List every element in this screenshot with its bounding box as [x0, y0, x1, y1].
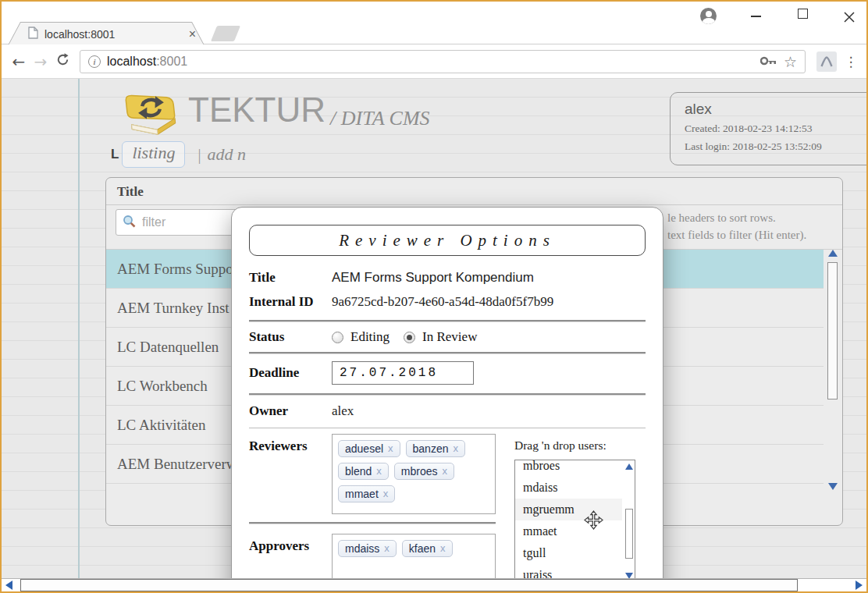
titlebar: localhost:8001 × — [2, 2, 866, 44]
user-info-panel: alex Created: 2018-02-23 14:12:53 Last l… — [670, 92, 866, 165]
nav-item-add-n[interactable]: add n — [207, 144, 246, 165]
url-bar[interactable]: i localhost:8001 ☆ — [80, 50, 806, 73]
back-button[interactable]: ← — [8, 52, 30, 71]
reload-button[interactable] — [52, 52, 73, 71]
nav-separator: | — [197, 146, 201, 164]
list-scroll-up-icon[interactable] — [625, 463, 633, 470]
tab-close-icon[interactable]: × — [189, 28, 196, 41]
dragdrop-user-mdaiss[interactable]: mdaiss — [515, 477, 622, 499]
internal-id-value: 9a6725cd-b207-4e60-a54d-48da0f5f7b99 — [332, 294, 553, 310]
minimize-button[interactable] — [748, 9, 763, 24]
scroll-left-icon[interactable] — [5, 581, 12, 590]
horizontal-scrollbar[interactable] — [2, 578, 866, 591]
user-last-login: Last login: 2018-02-25 13:52:09 — [685, 140, 866, 153]
book-sync-logo-icon — [119, 87, 182, 140]
chip-remove-icon[interactable]: x — [453, 442, 458, 454]
list-scrollbar[interactable] — [622, 460, 635, 578]
deadline-label: Deadline — [249, 365, 332, 381]
tab-title: localhost:8001 — [44, 28, 183, 41]
browser-window: localhost:8001 × ← → i localhost:8001 ☆ — [0, 0, 868, 593]
list-scrollbar-thumb[interactable] — [625, 509, 633, 559]
search-icon — [123, 215, 136, 231]
dragdrop-user-tgull[interactable]: tgull — [515, 542, 622, 564]
radio-icon[interactable] — [404, 332, 415, 343]
chip-remove-icon[interactable]: x — [440, 542, 446, 554]
main-nav: L listing|add n — [111, 141, 246, 168]
nav-item-listing[interactable]: listing — [122, 141, 185, 168]
chip-label: banzen — [413, 442, 449, 455]
title-label: Title — [249, 270, 332, 286]
radio-icon[interactable] — [332, 332, 343, 343]
title-value: AEM Forms Support Kompendium — [332, 270, 534, 286]
menu-kebab-icon[interactable]: ⋮ — [841, 54, 860, 69]
dragdrop-user-mmaet[interactable]: mmaet — [515, 520, 622, 542]
divider — [249, 393, 646, 396]
divider — [249, 320, 646, 322]
user-chip-mmaet[interactable]: mmaetx — [338, 485, 395, 502]
status-label: Status — [249, 329, 332, 345]
dragdrop-user-list[interactable]: mbroesmdaissmgruemmmmaettgulluraiss — [514, 460, 635, 578]
scroll-right-icon[interactable] — [856, 581, 863, 590]
url-text[interactable]: localhost:8001 — [107, 55, 754, 69]
status-option-In-Review[interactable]: In Review — [404, 329, 477, 345]
chip-label: mdaiss — [345, 542, 379, 555]
row-title: LC Workbench — [117, 378, 208, 395]
chip-remove-icon[interactable]: x — [383, 488, 389, 499]
table-vertical-scrollbar[interactable] — [827, 250, 840, 490]
new-tab-button[interactable] — [211, 26, 240, 41]
approvers-chipbox[interactable]: mdaissxkfaenx — [332, 534, 496, 578]
maximize-button[interactable] — [795, 9, 810, 24]
user-chip-kfaen[interactable]: kfaenx — [402, 540, 453, 557]
reviewer-options-dialog: Reviewer Options Title AEM Forms Support… — [231, 207, 663, 578]
divider-partial — [249, 522, 496, 524]
row-title: LC Aktivitäten — [117, 417, 205, 434]
dragdrop-user-uraiss[interactable]: uraiss — [515, 564, 622, 578]
page-favicon-icon — [27, 27, 38, 42]
dragdrop-user-mgruemm[interactable]: mgruemm — [515, 499, 622, 520]
browser-tab[interactable]: localhost:8001 × — [8, 22, 205, 45]
bookmark-star-icon[interactable]: ☆ — [784, 53, 797, 70]
dragdrop-users-panel: Drag 'n drop users: mbroesmdaissmgruemmm… — [514, 439, 635, 578]
list-scroll-down-icon[interactable] — [625, 573, 633, 578]
owner-label: Owner — [249, 403, 332, 419]
user-chip-aduesel[interactable]: adueselx — [338, 440, 400, 457]
chip-remove-icon[interactable]: x — [384, 542, 390, 554]
header-divider — [106, 204, 842, 205]
nav-corner-glyph: L — [111, 147, 119, 162]
user-created: Created: 2018-02-23 14:12:53 — [685, 123, 866, 135]
help-line-2: text fields to filter (Hit enter). — [667, 226, 806, 243]
status-option-Editing[interactable]: Editing — [332, 329, 390, 345]
deadline-input[interactable] — [332, 361, 474, 385]
user-chip-banzen[interactable]: banzenx — [406, 440, 465, 457]
radio-label: In Review — [422, 329, 477, 345]
chip-label: mbroes — [401, 465, 438, 478]
approvers-label: Approvers — [249, 534, 332, 578]
chip-label: blend — [345, 465, 372, 478]
forward-button[interactable]: → — [30, 52, 52, 71]
reviewers-chipbox[interactable]: adueselxbanzenxblendxmbroesxmmaetx — [332, 434, 496, 514]
move-cursor-icon — [584, 510, 603, 533]
chip-remove-icon[interactable]: x — [388, 442, 393, 454]
user-chip-blend[interactable]: blendx — [338, 463, 389, 480]
row-title: AEM Benutzerverw — [117, 456, 237, 473]
close-button[interactable] — [841, 9, 857, 24]
chip-remove-icon[interactable]: x — [442, 465, 447, 477]
user-chip-mdaiss[interactable]: mdaissx — [338, 540, 397, 557]
chip-remove-icon[interactable]: x — [376, 465, 382, 477]
pdf-extension-icon[interactable] — [816, 51, 837, 72]
dragdrop-user-mbroes[interactable]: mbroes — [515, 460, 622, 477]
horizontal-scrollbar-thumb[interactable] — [20, 579, 798, 591]
profile-avatar-icon[interactable] — [700, 8, 717, 24]
page-info-icon[interactable]: i — [88, 55, 101, 68]
password-key-icon[interactable] — [760, 55, 777, 69]
dialog-title: Reviewer Options — [249, 225, 646, 256]
scroll-down-icon[interactable] — [828, 483, 838, 490]
divider — [249, 352, 646, 354]
scrollbar-thumb[interactable] — [827, 262, 838, 399]
user-chip-mbroes[interactable]: mbroesx — [394, 463, 454, 480]
row-title: LC Datenquellen — [117, 339, 219, 356]
row-title: AEM Forms Suppo — [117, 261, 233, 278]
scroll-up-icon[interactable] — [828, 250, 838, 257]
reviewers-label: Reviewers — [249, 434, 332, 514]
column-header-title[interactable]: Title — [117, 184, 144, 200]
